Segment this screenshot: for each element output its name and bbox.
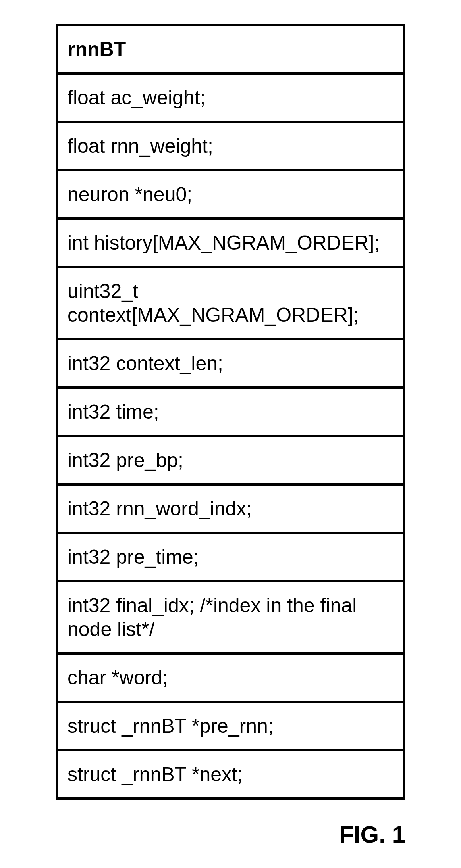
struct-member-row: float ac_weight; [58,75,403,123]
struct-member-row: float rnn_weight; [58,123,403,171]
struct-member-row: struct _rnnBT *pre_rnn; [58,703,403,751]
struct-member: int32 pre_time; [68,546,199,568]
struct-member-row: int32 final_idx; /*index in the final no… [58,582,403,655]
struct-member-row: uint32_t context[MAX_NGRAM_ORDER]; [58,268,403,340]
page: rnnBT float ac_weight; float rnn_weight;… [0,0,461,800]
struct-member-row: struct _rnnBT *next; [58,751,403,797]
struct-member: struct _rnnBT *pre_rnn; [68,715,274,737]
struct-member: int32 final_idx; /*index in the final no… [68,594,357,640]
struct-member: uint32_t context[MAX_NGRAM_ORDER]; [68,280,359,326]
struct-member-row: int32 time; [58,389,403,437]
struct-member: int32 rnn_word_indx; [68,497,252,520]
struct-member: int32 pre_bp; [68,449,183,471]
figure-label: FIG. 1 [339,821,405,848]
struct-member-row: int32 pre_bp; [58,437,403,486]
struct-table: rnnBT float ac_weight; float rnn_weight;… [56,24,405,800]
struct-member: struct _rnnBT *next; [68,763,243,785]
struct-member-row: int32 context_len; [58,340,403,389]
struct-member: float ac_weight; [68,86,205,109]
struct-member-row: int32 rnn_word_indx; [58,486,403,534]
struct-member-row: int history[MAX_NGRAM_ORDER]; [58,220,403,268]
struct-member-row: char *word; [58,655,403,703]
struct-name: rnnBT [68,38,126,60]
struct-member: float rnn_weight; [68,135,213,157]
struct-member-row: neuron *neu0; [58,171,403,220]
struct-name-row: rnnBT [58,26,403,75]
struct-member: neuron *neu0; [68,183,192,205]
struct-member: char *word; [68,666,168,689]
struct-member: int32 context_len; [68,352,223,374]
struct-member: int32 time; [68,401,159,423]
struct-member-row: int32 pre_time; [58,534,403,582]
struct-member: int history[MAX_NGRAM_ORDER]; [68,232,380,254]
